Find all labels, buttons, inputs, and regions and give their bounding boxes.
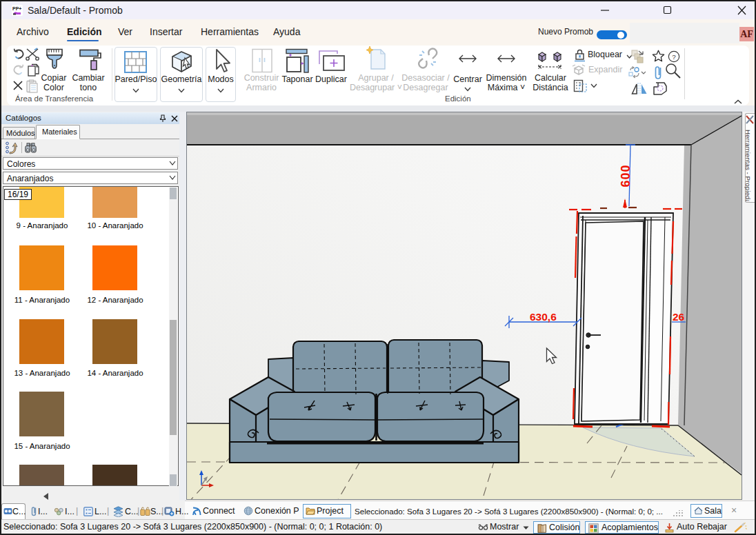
svg-text:26: 26: [673, 311, 685, 323]
svg-text:PP+: PP+: [12, 6, 21, 11]
svg-text:?: ?: [672, 53, 676, 61]
svg-text:600: 600: [619, 164, 633, 187]
svg-text:630,6: 630,6: [530, 311, 557, 323]
